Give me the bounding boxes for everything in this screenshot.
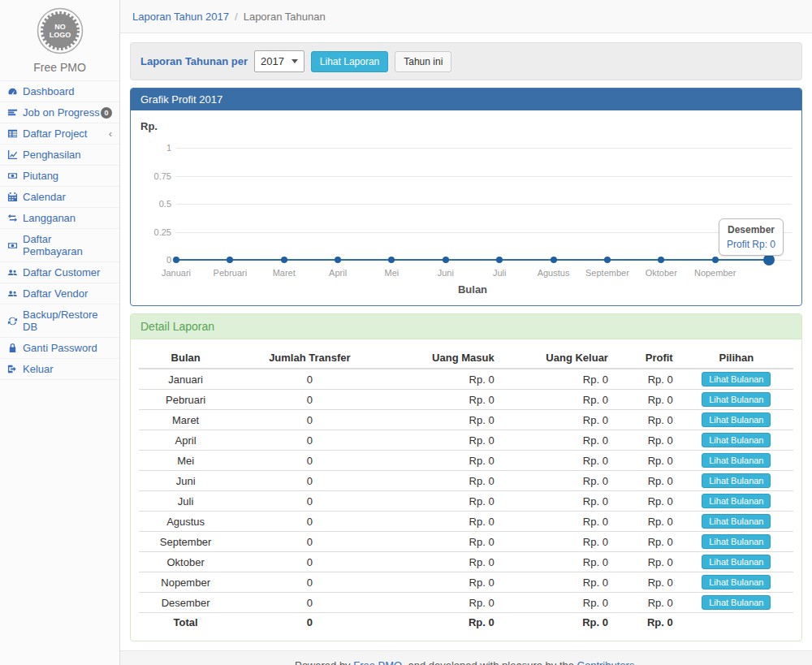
data-point-september[interactable] bbox=[604, 257, 611, 263]
view-monthly-button[interactable]: Lihat Bulanan bbox=[702, 473, 771, 488]
x-tick-label: September bbox=[585, 268, 629, 278]
cell-bulan: Maret bbox=[139, 410, 232, 430]
view-monthly-button[interactable]: Lihat Bulanan bbox=[702, 514, 771, 529]
lock-icon bbox=[7, 343, 18, 353]
sidebar-item-daftar-customer[interactable]: Daftar Customer bbox=[0, 262, 119, 283]
sidebar-item-job-on-progress[interactable]: Job on Progress0 bbox=[0, 102, 119, 123]
view-monthly-button[interactable]: Lihat Bulanan bbox=[702, 534, 771, 549]
brand-name: Free PMO bbox=[0, 61, 119, 80]
cell-bulan: Agustus bbox=[139, 512, 232, 532]
cell-profit: Rp. 0 bbox=[615, 532, 680, 552]
detail-report-panel: Detail Laporan BulanJumlah TransferUang … bbox=[130, 313, 802, 641]
footer-link-freepmo[interactable]: Free PMO bbox=[353, 659, 402, 665]
table-row: Juli0Rp. 0Rp. 0Rp. 0Lihat Bulanan bbox=[139, 491, 793, 512]
cell-pilihan bbox=[680, 613, 793, 633]
dashboard-icon bbox=[7, 86, 18, 97]
cell-pilihan: Lihat Bulanan bbox=[680, 410, 793, 430]
chart-x-labels: JanuariPebruariMaretAprilMeiJuniJuliAgus… bbox=[176, 268, 769, 279]
x-tick-label: Nopember bbox=[694, 268, 736, 278]
chart-tooltip: Desember Profit Rp: 0 bbox=[719, 218, 784, 256]
tooltip-value: Profit Rp: 0 bbox=[727, 239, 775, 250]
cell-profit: Rp. 0 bbox=[615, 410, 680, 430]
page-footer: Powered by Free PMO, and developed with … bbox=[120, 650, 812, 665]
sidebar-item-label: Ganti Password bbox=[23, 342, 97, 354]
sidebar-item-label: Calendar bbox=[23, 191, 66, 203]
data-point-maret[interactable] bbox=[281, 257, 287, 263]
cell-bulan: Mei bbox=[139, 451, 232, 471]
footer-link-contributors[interactable]: Contributors bbox=[577, 659, 635, 665]
sidebar-item-daftar-project[interactable]: Daftar Project‹ bbox=[0, 123, 119, 145]
data-point-nopember[interactable] bbox=[712, 257, 719, 263]
data-point-pebruari[interactable] bbox=[227, 257, 233, 263]
sidebar-item-label: Daftar Project bbox=[23, 127, 87, 140]
tooltip-title: Desember bbox=[727, 224, 775, 235]
year-select[interactable]: 2017 bbox=[254, 50, 304, 72]
view-monthly-button[interactable]: Lihat Bulanan bbox=[702, 453, 771, 468]
sidebar-item-backup-restore-db[interactable]: Backup/Restore DB bbox=[0, 304, 119, 338]
cell-bulan: Januari bbox=[139, 369, 232, 390]
sidebar-item-calendar[interactable]: Calendar bbox=[0, 187, 119, 208]
view-monthly-button[interactable]: Lihat Bulanan bbox=[702, 433, 771, 447]
sidebar-item-daftar-pembayaran[interactable]: Daftar Pembayaran bbox=[0, 229, 119, 262]
cell-pilihan: Lihat Bulanan bbox=[680, 451, 793, 471]
sidebar-item-label: Langganan bbox=[23, 212, 76, 224]
data-point-desember[interactable] bbox=[763, 254, 775, 266]
view-monthly-button[interactable]: Lihat Bulanan bbox=[702, 575, 771, 589]
sidebar-item-penghasilan[interactable]: Penghasilan bbox=[0, 145, 119, 166]
breadcrumb-link[interactable]: Laporan Tahun 2017 bbox=[132, 11, 229, 23]
data-point-april[interactable] bbox=[335, 257, 341, 263]
cell-bulan: September bbox=[139, 532, 232, 552]
data-point-januari[interactable] bbox=[173, 257, 179, 263]
cell-uang-keluar: Rp. 0 bbox=[501, 430, 615, 451]
x-tick-label: Maret bbox=[273, 268, 296, 278]
sidebar-item-keluar[interactable]: Keluar bbox=[0, 359, 119, 380]
column-header-profit: Profit bbox=[615, 348, 680, 369]
column-header-bulan: Bulan bbox=[139, 348, 232, 369]
x-tick-label: Oktober bbox=[646, 268, 677, 278]
table-row: Oktober0Rp. 0Rp. 0Rp. 0Lihat Bulanan bbox=[139, 552, 793, 572]
cell-uang-masuk: Rp. 0 bbox=[387, 410, 500, 430]
sidebar-item-label: Keluar bbox=[23, 363, 54, 375]
cell-jumlah-transfer: 0 bbox=[232, 430, 387, 451]
chart-panel-title: Grafik Profit 2017 bbox=[131, 89, 801, 110]
view-monthly-button[interactable]: Lihat Bulanan bbox=[702, 372, 771, 386]
view-monthly-button[interactable]: Lihat Bulanan bbox=[702, 392, 771, 407]
profit-series-line bbox=[176, 259, 769, 261]
sidebar-item-label: Daftar Customer bbox=[23, 266, 100, 279]
cell-jumlah-transfer: 0 bbox=[232, 491, 387, 512]
data-point-juni[interactable] bbox=[443, 257, 449, 263]
svg-text:LOGO: LOGO bbox=[49, 31, 71, 39]
cell-pilihan: Lihat Bulanan bbox=[680, 369, 793, 390]
view-monthly-button[interactable]: Lihat Bulanan bbox=[702, 412, 771, 427]
sidebar-item-piutang[interactable]: Piutang bbox=[0, 166, 119, 187]
table-header-row: BulanJumlah TransferUang MasukUang Kelua… bbox=[139, 348, 793, 369]
cell-uang-masuk: Rp. 0 bbox=[387, 491, 500, 512]
view-monthly-button[interactable]: Lihat Bulanan bbox=[702, 494, 771, 508]
sidebar-item-ganti-password[interactable]: Ganti Password bbox=[0, 338, 119, 359]
sidebar-item-label: Daftar Vendor bbox=[23, 287, 88, 300]
x-tick-label: Juli bbox=[493, 268, 507, 278]
sidebar-item-langganan[interactable]: Langganan bbox=[0, 208, 119, 229]
filter-label: Laporan Tahunan per bbox=[140, 55, 248, 67]
cell-uang-keluar: Rp. 0 bbox=[501, 471, 615, 491]
column-header-jumlah-transfer: Jumlah Transfer bbox=[232, 348, 387, 369]
this-year-button[interactable]: Tahun ini bbox=[395, 51, 451, 72]
caret-down-icon bbox=[292, 59, 298, 63]
view-monthly-button[interactable]: Lihat Bulanan bbox=[702, 555, 771, 569]
sidebar-item-label: Dashboard bbox=[23, 85, 75, 97]
sidebar-item-daftar-vendor[interactable]: Daftar Vendor bbox=[0, 283, 119, 304]
cell-uang-keluar: Rp. 0 bbox=[501, 532, 615, 552]
data-point-agustus[interactable] bbox=[551, 257, 557, 263]
view-monthly-button[interactable]: Lihat Bulanan bbox=[702, 595, 771, 610]
data-point-oktober[interactable] bbox=[658, 257, 664, 263]
cell-profit: Rp. 0 bbox=[615, 430, 680, 451]
cell-uang-masuk: Rp. 0 bbox=[387, 390, 500, 410]
data-point-mei[interactable] bbox=[388, 257, 395, 263]
app-logo: NO LOGO bbox=[0, 0, 119, 61]
view-report-button[interactable]: Lihat Laporan bbox=[311, 51, 388, 72]
cell-pilihan: Lihat Bulanan bbox=[680, 491, 793, 512]
table-row: Nopember0Rp. 0Rp. 0Rp. 0Lihat Bulanan bbox=[139, 572, 793, 593]
x-tick-label: Agustus bbox=[538, 268, 570, 278]
sidebar-item-dashboard[interactable]: Dashboard bbox=[0, 81, 119, 102]
data-point-juli[interactable] bbox=[496, 257, 503, 263]
